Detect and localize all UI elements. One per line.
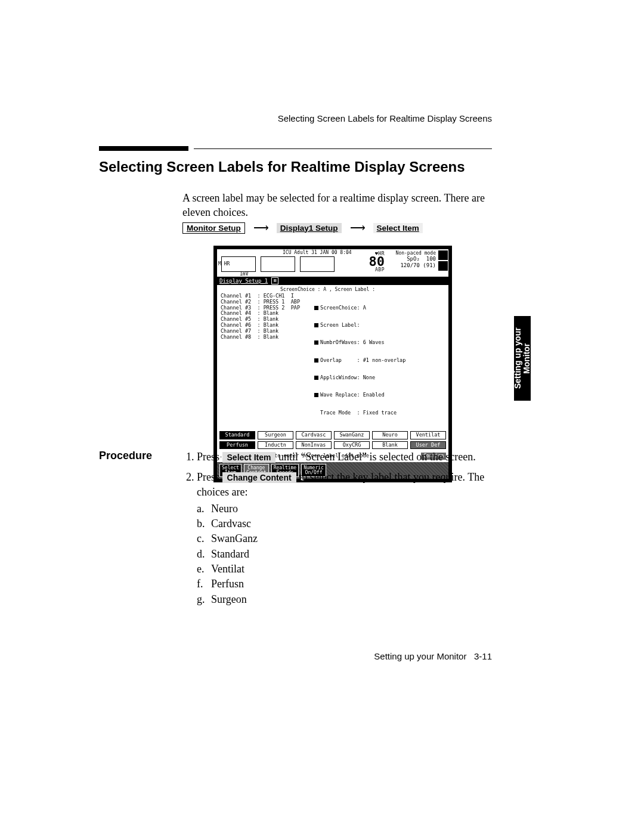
monitor-topbar: M HR 1mV ICU Adult 31 JAN 00 8:04 ♥HR 80… (217, 249, 448, 277)
nav-display1-setup: Display1 Setup (277, 223, 342, 233)
preset-oxycrg[interactable]: OxyCRG (334, 441, 370, 450)
settings-list: ScreenChoice: A Screen Label: NumbrOfWav… (314, 293, 405, 428)
preset-perfusn[interactable]: Perfusn (219, 441, 255, 450)
choice-swanganz: SwanGanz (211, 531, 493, 546)
preset-ventilat[interactable]: Ventilat (410, 431, 446, 439)
choice-surgeon: Surgeon (211, 592, 493, 606)
heading-rule-thin (194, 148, 492, 149)
footer-page: 3-11 (474, 651, 492, 661)
close-icon: ⊠ (271, 277, 278, 284)
panel-crumb: ScreenChoice : A , Screen Label : (280, 287, 405, 292)
channel-list: Channel #1 : ECG-CH1 I Channel #2 : PRES… (221, 293, 300, 428)
keycap-change-content: Change Content (222, 472, 296, 483)
choice-neuro: Neuro (211, 501, 493, 516)
procedure-step-2: Press Change Content to select the key l… (197, 470, 493, 606)
section-tab: Setting up your Monitor (514, 316, 531, 401)
setting-numwaves: NumbrOfWaves: 6 Waves (320, 339, 384, 345)
step2-pre: Press (197, 471, 222, 483)
setup-title-text: Display Setup 1 (219, 278, 268, 284)
spo2-value: 100 (426, 256, 436, 262)
keycap-select-item: Select Item (222, 452, 276, 463)
waveform-slot (261, 256, 295, 272)
preset-surgeon[interactable]: Surgeon (258, 431, 293, 439)
intro-paragraph: A screen label may be selected for a rea… (182, 191, 493, 220)
abp-label: ABP (375, 268, 385, 272)
setting-screenchoice: ScreenChoice: A (320, 305, 366, 311)
setting-overlap: Overlap : #1 non-overlap (320, 357, 405, 363)
preset-inductn[interactable]: Inductn (258, 441, 293, 450)
waveform-slot (300, 256, 335, 272)
footer-text: Setting up your Monitor (374, 651, 466, 661)
spo2-label: SpO₂ (407, 256, 420, 262)
preset-neuro[interactable]: Neuro (372, 431, 408, 439)
paced-mode: Non-paced mode (396, 250, 436, 256)
page-title: Selecting Screen Labels for Realtime Dis… (99, 159, 465, 175)
running-header: Selecting Screen Labels for Realtime Dis… (278, 113, 492, 123)
page-footer: Setting up your Monitor 3-11 (374, 651, 492, 661)
step1-pre: Press (197, 451, 222, 463)
preset-swanganz[interactable]: SwanGanz (334, 431, 370, 439)
patient-meta: ICU Adult 31 JAN 00 8:04 (283, 250, 352, 255)
setting-applicwindow: ApplicWindow: None (320, 374, 375, 380)
heading-rule-thick (99, 146, 188, 151)
preset-noninvas[interactable]: NonInvas (296, 441, 332, 450)
setting-tracemode: Trace Mode : Fixed trace (320, 410, 397, 416)
mhr-label: M HR (218, 261, 230, 267)
arrow-icon: ⟶ (253, 221, 268, 234)
preset-cardvasc[interactable]: Cardvasc (296, 431, 332, 439)
choice-standard: Standard (211, 547, 493, 561)
monitor-screenshot: M HR 1mV ICU Adult 31 JAN 00 8:04 ♥HR 80… (213, 246, 452, 482)
navigation-path: Monitor Setup ⟶ Display1 Setup ⟶ Select … (182, 221, 423, 234)
abp-value: 120/70 (91) (400, 262, 436, 268)
preset-userdef[interactable]: User Def (410, 441, 446, 450)
choices-list: Neuro Cardvasc SwanGanz Standard Ventila… (197, 501, 493, 606)
alarm-icon (438, 261, 448, 271)
hr-value: 80 (369, 256, 385, 268)
choice-ventilat: Ventilat (211, 562, 493, 576)
mv-label: 1mV (240, 271, 248, 277)
nav-select-item: Select Item (373, 223, 423, 233)
choice-cardvasc: Cardvasc (211, 516, 493, 531)
procedure-heading: Procedure (99, 450, 152, 462)
setting-screenlabel: Screen Label: (320, 322, 360, 328)
setting-wavereplace: Wave Replace: Enabled (320, 392, 384, 398)
nav-monitor-setup: Monitor Setup (182, 222, 245, 234)
procedure-step-1: Press Select Item until “Screen Label” i… (197, 450, 493, 464)
choice-perfusn: Perfusn (211, 577, 493, 591)
setup-panel: ScreenChoice : A , Screen Label : Channe… (217, 285, 448, 430)
setup-title-bar: Display Setup 1 ⊠ (217, 277, 448, 285)
preset-blank[interactable]: Blank (372, 441, 408, 450)
preset-standard[interactable]: Standard (219, 431, 255, 439)
procedure-body: Press Select Item until “Screen Label” i… (182, 450, 493, 612)
alarm-icon (438, 250, 448, 260)
arrow-icon: ⟶ (350, 221, 365, 234)
step1-post: until “Screen Label” is selected on the … (278, 451, 476, 463)
